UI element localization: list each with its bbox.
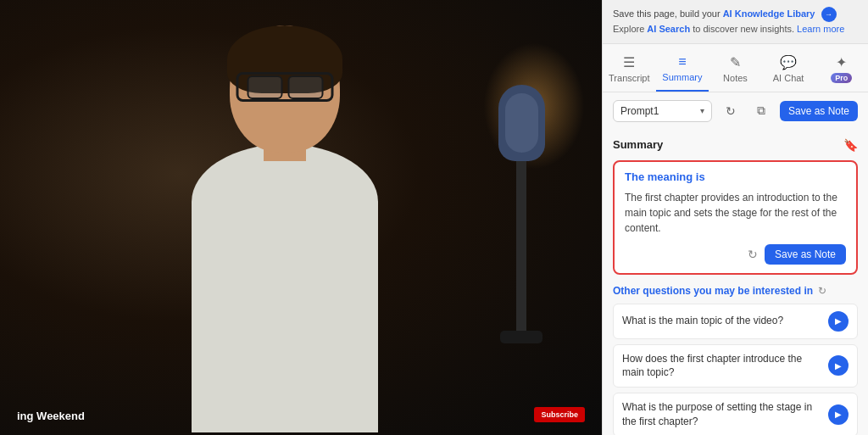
transcript-icon: ☰	[623, 54, 635, 70]
copy-button[interactable]: ⧉	[749, 99, 773, 123]
tab-notes-label: Notes	[723, 73, 748, 83]
subscribe-button[interactable]: Subscribe	[534, 407, 585, 422]
summary-title-text: Summary	[613, 138, 663, 151]
question-arrow-2[interactable]: ▶	[828, 355, 849, 376]
tab-ai-chat[interactable]: 💬 AI Chat	[762, 51, 815, 92]
question-arrow-3[interactable]: ▶	[828, 404, 849, 425]
microphone	[492, 85, 551, 339]
tab-pro[interactable]: ✦ Pro	[815, 51, 868, 92]
prompt-select[interactable]: Prompt1 ▾	[613, 100, 712, 122]
video-background: ing Weekend Subscribe	[0, 0, 602, 435]
video-bottom-text: ing Weekend	[17, 410, 85, 422]
person-body	[192, 144, 378, 432]
tab-transcript[interactable]: ☰ Transcript	[603, 51, 656, 92]
meaning-save-note-button[interactable]: Save as Note	[765, 244, 846, 265]
meaning-card-title: The meaning is	[625, 170, 846, 183]
question-text-1: What is the main topic of the video?	[622, 314, 821, 328]
mic-head	[498, 85, 545, 161]
question-text-3: What is the purpose of setting the stage…	[622, 400, 821, 429]
tab-summary-label: Summary	[662, 72, 702, 82]
meaning-refresh-button[interactable]: ↻	[748, 248, 758, 261]
person-head	[230, 25, 340, 153]
questions-title: Other questions you may be interested in	[613, 285, 813, 297]
content-area: Summary 🔖 The meaning is The first chapt…	[603, 130, 868, 435]
question-arrow-1[interactable]: ▶	[828, 311, 849, 332]
ai-icon: →	[821, 7, 837, 22]
questions-header: Other questions you may be interested in…	[613, 285, 858, 297]
top-banner: Save this page, build your AI Knowledge …	[603, 0, 868, 44]
summary-icon: ≡	[678, 54, 686, 70]
video-panel: ing Weekend Subscribe	[0, 0, 602, 435]
save-as-note-toolbar-button[interactable]: Save as Note	[780, 101, 858, 121]
tab-ai-chat-label: AI Chat	[773, 73, 804, 83]
question-item-3[interactable]: What is the purpose of setting the stage…	[613, 393, 858, 435]
meaning-card-text: The first chapter provides an introducti…	[625, 190, 846, 236]
explore-text: Explore	[613, 24, 644, 34]
person-glasses	[236, 72, 334, 102]
mic-base	[500, 331, 542, 343]
prompt-label: Prompt1	[620, 105, 659, 117]
banner-prefix: Save this page, build your	[613, 8, 721, 19]
pro-icon: ✦	[836, 54, 847, 70]
person-figure	[124, 0, 446, 432]
questions-refresh-icon[interactable]: ↻	[818, 285, 826, 297]
chevron-down-icon: ▾	[700, 106, 704, 115]
right-panel: Save this page, build your AI Knowledge …	[602, 0, 868, 435]
pro-label: Pro	[831, 73, 852, 83]
meaning-card-actions: ↻ Save as Note	[625, 244, 846, 265]
nav-tabs: ☰ Transcript ≡ Summary ✎ Notes 💬 AI Chat…	[603, 44, 868, 92]
tab-summary[interactable]: ≡ Summary	[656, 51, 709, 92]
discover-text: to discover new insights.	[693, 24, 794, 34]
question-item-1[interactable]: What is the main topic of the video? ▶	[613, 304, 858, 339]
meaning-card: The meaning is The first chapter provide…	[613, 160, 858, 275]
question-text-2: How does the first chapter introduce the…	[622, 352, 821, 381]
mic-stand	[516, 161, 526, 331]
tab-transcript-label: Transcript	[609, 73, 650, 83]
learn-more-link[interactable]: Learn more	[797, 24, 844, 34]
refresh-button[interactable]: ↻	[719, 99, 743, 123]
ai-knowledge-link[interactable]: AI Knowledge Libary	[723, 8, 815, 19]
ai-search-link[interactable]: AI Search	[647, 24, 690, 34]
glasses-right-lens	[287, 75, 323, 99]
ai-chat-icon: 💬	[780, 54, 797, 70]
bookmark-icon[interactable]: 🔖	[843, 138, 858, 152]
toolbar: Prompt1 ▾ ↻ ⧉ Save as Note	[603, 92, 868, 130]
notes-icon: ✎	[730, 54, 741, 70]
glasses-left-lens	[247, 75, 282, 99]
question-item-2[interactable]: How does the first chapter introduce the…	[613, 344, 858, 388]
tab-notes[interactable]: ✎ Notes	[709, 51, 762, 92]
summary-section-title: Summary 🔖	[613, 138, 858, 152]
